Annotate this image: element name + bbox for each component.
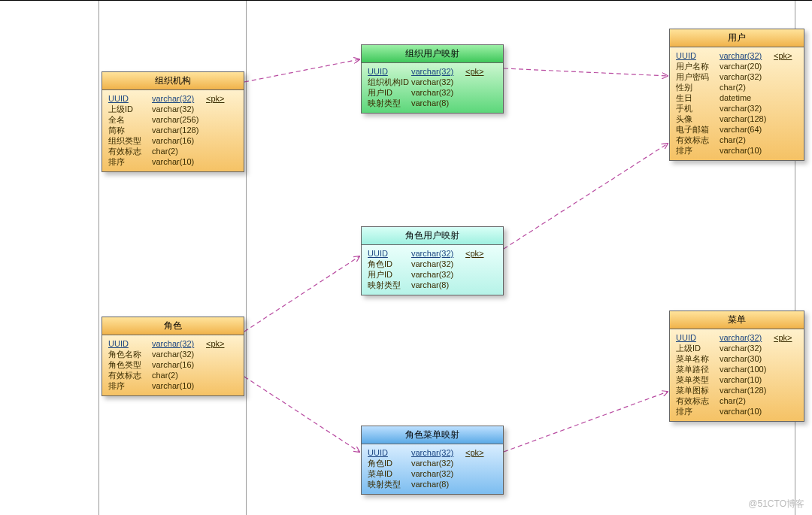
column-pk <box>206 146 229 156</box>
column-name: 上级ID <box>108 104 152 114</box>
entity-role[interactable]: 角色UUIDvarchar(32)<pk>角色名称varchar(32)角色类型… <box>102 317 244 396</box>
column-pk <box>465 458 488 468</box>
entity-org[interactable]: 组织机构UUIDvarchar(32)<pk>上级IDvarchar(32)全名… <box>102 71 244 172</box>
column-row: 手机varchar(32) <box>676 103 798 114</box>
entity-user[interactable]: 用户UUIDvarchar(32)<pk>用户名称varchar(20)用户密码… <box>669 29 804 161</box>
column-type: varchar(32) <box>411 468 465 479</box>
column-pk: <pk> <box>774 50 796 61</box>
column-name: 组织类型 <box>108 135 152 146</box>
column-type: varchar(32) <box>411 248 465 259</box>
column-type: varchar(10) <box>720 145 774 156</box>
column-pk <box>774 353 796 364</box>
column-pk: <pk> <box>774 332 796 343</box>
column-row: 角色IDvarchar(32) <box>368 458 497 468</box>
column-pk <box>774 92 796 103</box>
column-type: varchar(32) <box>411 87 465 98</box>
entity-title: 组织机构 <box>102 72 244 90</box>
column-name: 角色ID <box>368 458 411 468</box>
column-pk <box>774 406 796 417</box>
column-type: varchar(128) <box>152 125 206 135</box>
relationship-arrow <box>504 392 668 452</box>
entity-title: 角色 <box>102 317 244 335</box>
entity-body: UUIDvarchar(32)<pk>角色名称varchar(32)角色类型va… <box>102 335 244 395</box>
column-type: varchar(10) <box>152 380 206 391</box>
column-row: 菜单IDvarchar(32) <box>368 468 497 479</box>
column-name: 角色ID <box>368 259 411 269</box>
column-pk: <pk> <box>465 66 488 77</box>
column-type: char(2) <box>152 146 206 156</box>
column-row: 排序varchar(10) <box>676 406 798 417</box>
column-row: 菜单名称varchar(30) <box>676 353 798 364</box>
column-pk: <pk> <box>206 93 229 104</box>
column-row: 角色IDvarchar(32) <box>368 259 497 269</box>
relationship-arrow <box>244 377 359 452</box>
entity-title: 用户 <box>670 29 804 47</box>
column-name: 映射类型 <box>368 479 411 489</box>
column-row: 性别char(2) <box>676 82 798 92</box>
column-row: 菜单类型varchar(10) <box>676 374 798 385</box>
column-type: varchar(10) <box>720 374 774 385</box>
column-type: varchar(32) <box>152 338 206 349</box>
entity-roleusermap[interactable]: 角色用户映射UUIDvarchar(32)<pk>角色IDvarchar(32)… <box>361 226 504 295</box>
column-pk <box>206 114 229 125</box>
column-pk <box>465 98 488 108</box>
column-name: 有效标志 <box>676 135 720 145</box>
column-name: 生日 <box>676 92 720 103</box>
column-type: varchar(32) <box>411 458 465 468</box>
column-name: 简称 <box>108 125 152 135</box>
column-row: 用户IDvarchar(32) <box>368 269 497 280</box>
column-type: varchar(8) <box>411 280 465 290</box>
column-type: varchar(32) <box>411 269 465 280</box>
column-row: 电子邮箱varchar(64) <box>676 124 798 135</box>
column-type: char(2) <box>720 135 774 145</box>
column-row: 排序varchar(10) <box>108 380 238 391</box>
column-pk <box>774 71 796 82</box>
entity-orgusermap[interactable]: 组织用户映射UUIDvarchar(32)<pk>组织机构IDvarchar(3… <box>361 44 504 114</box>
column-type: varchar(32) <box>152 349 206 359</box>
column-type: varchar(128) <box>720 114 774 124</box>
column-name: 头像 <box>676 114 720 124</box>
column-name: 用户密码 <box>676 71 720 82</box>
column-row: 角色名称varchar(32) <box>108 349 238 359</box>
column-name: 性别 <box>676 82 720 92</box>
column-row: 全名varchar(256) <box>108 114 238 125</box>
column-name: 全名 <box>108 114 152 125</box>
relationship-arrow <box>504 144 668 249</box>
column-type: varchar(32) <box>720 343 774 353</box>
column-type: varchar(256) <box>152 114 206 125</box>
column-row: 用户密码varchar(32) <box>676 71 798 82</box>
column-type: varchar(8) <box>411 98 465 108</box>
column-type: varchar(32) <box>720 332 774 343</box>
entity-body: UUIDvarchar(32)<pk>用户名称varchar(20)用户密码va… <box>670 47 804 160</box>
column-type: char(2) <box>152 370 206 380</box>
column-name: 菜单图标 <box>676 385 720 395</box>
column-name: 上级ID <box>676 343 720 353</box>
entity-menu[interactable]: 菜单UUIDvarchar(32)<pk>上级IDvarchar(32)菜单名称… <box>669 311 804 422</box>
column-name: UUID <box>676 50 720 61</box>
entity-title: 组织用户映射 <box>362 45 503 63</box>
column-type: datetime <box>720 92 774 103</box>
column-row: UUIDvarchar(32)<pk> <box>368 447 497 458</box>
relationship-arrow <box>244 256 359 332</box>
column-pk <box>465 77 488 87</box>
column-name: 用户ID <box>368 87 411 98</box>
column-pk <box>206 370 229 380</box>
entity-body: UUIDvarchar(32)<pk>组织机构IDvarchar(32)用户ID… <box>362 63 503 113</box>
column-pk <box>774 395 796 406</box>
entity-rolemenumap[interactable]: 角色菜单映射UUIDvarchar(32)<pk>角色IDvarchar(32)… <box>361 426 504 495</box>
column-pk <box>206 156 229 167</box>
column-pk <box>774 374 796 385</box>
column-row: UUIDvarchar(32)<pk> <box>676 50 798 61</box>
column-type: varchar(10) <box>152 156 206 167</box>
column-name: 菜单类型 <box>676 374 720 385</box>
column-name: UUID <box>368 447 411 458</box>
relationship-arrow <box>244 59 359 82</box>
column-type: varchar(32) <box>411 447 465 458</box>
column-pk <box>774 61 796 71</box>
column-row: 菜单路径varchar(100) <box>676 364 798 374</box>
column-type: varchar(16) <box>152 135 206 146</box>
column-row: 上级IDvarchar(32) <box>108 104 238 114</box>
column-pk <box>206 359 229 370</box>
column-name: 菜单名称 <box>676 353 720 364</box>
column-pk: <pk> <box>206 338 229 349</box>
